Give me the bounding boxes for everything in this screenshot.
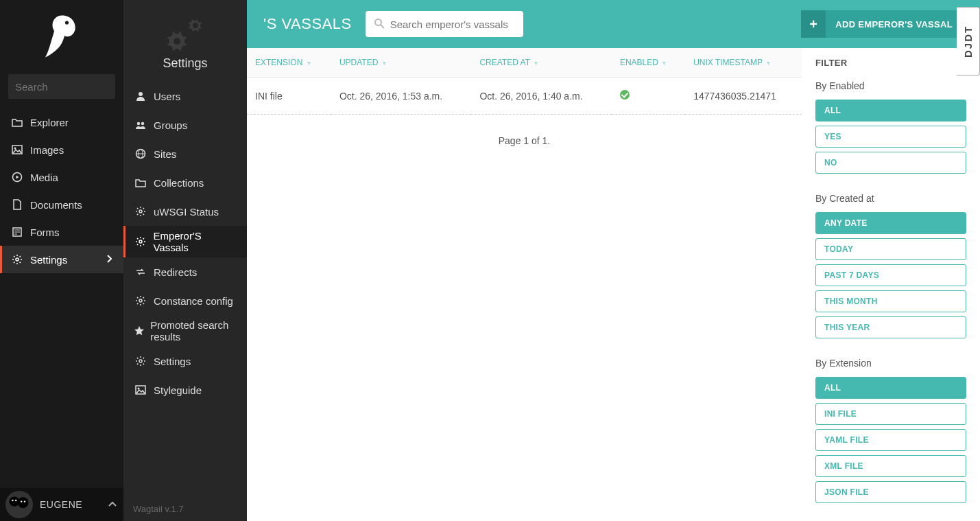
- column-header-enabled[interactable]: ENABLED ▾: [612, 48, 685, 78]
- check-icon: [620, 90, 630, 100]
- sort-icon: ▾: [767, 59, 770, 67]
- settings-item-sites[interactable]: Sites: [123, 139, 247, 168]
- sidebar-item-label: Forms: [30, 227, 60, 238]
- filter-option[interactable]: TODAY: [815, 238, 966, 260]
- svg-point-14: [21, 500, 22, 502]
- settings-item-groups[interactable]: Groups: [123, 111, 247, 139]
- svg-point-13: [15, 500, 16, 501]
- filter-option[interactable]: INI FILE: [815, 403, 966, 425]
- settings-item-collections[interactable]: Collections: [123, 168, 247, 197]
- filter-title: FILTER: [815, 58, 966, 68]
- settings-item-redirects[interactable]: Redirects: [123, 257, 247, 286]
- settings-item-constance-config[interactable]: Constance config: [123, 286, 247, 315]
- settings-item-label: Styleguide: [154, 384, 202, 396]
- results-table: EXTENSION ▾UPDATED ▾CREATED AT ▾ENABLED …: [247, 48, 802, 115]
- gears-icon: [165, 12, 206, 54]
- column-header-extension[interactable]: EXTENSION ▾: [247, 48, 331, 78]
- filter-option[interactable]: YES: [815, 126, 966, 148]
- settings-item-styleguide[interactable]: Styleguide: [123, 375, 247, 404]
- filter-option[interactable]: ANY DATE: [815, 212, 966, 234]
- settings-item-users[interactable]: Users: [123, 82, 247, 111]
- settings-item-label: Promoted search results: [150, 319, 237, 343]
- filter-option[interactable]: JSON FILE: [815, 481, 966, 503]
- wagtail-logo[interactable]: [0, 0, 123, 74]
- sort-icon: ▾: [662, 59, 666, 67]
- settings-submenu: Settings UsersGroupsSitesCollectionsuWSG…: [123, 0, 247, 521]
- cog-icon: [133, 236, 147, 247]
- filter-option[interactable]: ALL: [815, 377, 966, 399]
- sidebar-item-settings[interactable]: Settings: [0, 246, 123, 273]
- cell-enabled: [612, 78, 685, 115]
- settings-nav: UsersGroupsSitesCollectionsuWSGI StatusE…: [123, 82, 247, 404]
- filter-option[interactable]: XML FILE: [815, 455, 966, 477]
- svg-point-25: [139, 360, 142, 362]
- django-debug-toolbar-handle[interactable]: DJDT: [957, 7, 980, 76]
- sort-icon: ▾: [307, 59, 311, 67]
- sort-icon: ▾: [383, 59, 386, 67]
- filter-group-by-enabled: By EnabledALLYESNO: [815, 80, 966, 174]
- sidebar-search[interactable]: [8, 74, 115, 99]
- settings-item-emperor-s-vassals[interactable]: Emperor'S Vassals: [123, 226, 247, 257]
- add-button-label: ADD EMPEROR'S VASSAL: [835, 19, 964, 30]
- sidebar-item-label: Media: [30, 172, 58, 183]
- column-header-unix-timestamp[interactable]: UNIX TIMESTAMP ▾: [685, 48, 802, 78]
- cog-icon: [133, 206, 148, 217]
- svg-point-11: [18, 497, 29, 508]
- filter-group-title: By Created at: [815, 193, 966, 204]
- user-bar[interactable]: EUGENE: [0, 488, 123, 521]
- filter-option[interactable]: THIS YEAR: [815, 316, 966, 338]
- svg-point-17: [137, 122, 140, 125]
- settings-item-label: Collections: [154, 177, 204, 189]
- folder-open-icon: [133, 177, 148, 188]
- star-icon: [133, 325, 145, 336]
- settings-item-promoted-search-results[interactable]: Promoted search results: [123, 315, 247, 347]
- svg-point-24: [139, 299, 142, 302]
- main-content: 'S VASSALS + ADD EMPEROR'S VASSAL EXTENS…: [247, 0, 980, 521]
- svg-point-9: [16, 258, 19, 261]
- settings-item-label: Groups: [154, 119, 187, 131]
- table-row[interactable]: INI fileOct. 26, 2016, 1:53 a.m.Oct. 26,…: [247, 78, 802, 115]
- sidebar-item-documents[interactable]: Documents: [0, 191, 123, 218]
- filter-option[interactable]: THIS MONTH: [815, 290, 966, 312]
- filter-option[interactable]: NO: [815, 152, 966, 174]
- filter-group-title: By Enabled: [815, 80, 966, 91]
- svg-point-28: [375, 19, 381, 25]
- user-name: EUGENE: [40, 499, 107, 510]
- settings-item-label: Users: [154, 91, 180, 102]
- filter-group-by-extension: By ExtensionALLINI FILEYAML FILEXML FILE…: [815, 358, 966, 503]
- user-icon: [133, 91, 148, 102]
- sidebar-item-images[interactable]: Images: [0, 136, 123, 163]
- sidebar-item-label: Images: [30, 144, 64, 156]
- svg-point-22: [139, 210, 142, 213]
- settings-submenu-header: Settings: [123, 7, 247, 82]
- header-search[interactable]: [366, 11, 523, 37]
- filter-option[interactable]: PAST 7 DAYS: [815, 264, 966, 286]
- header-search-input[interactable]: [390, 19, 521, 30]
- filter-option[interactable]: ALL: [815, 100, 966, 121]
- filter-option[interactable]: YAML FILE: [815, 429, 966, 451]
- sidebar-item-label: Explorer: [30, 117, 69, 128]
- add-emperors-vassal-button[interactable]: + ADD EMPEROR'S VASSAL: [801, 10, 964, 38]
- settings-item-settings[interactable]: Settings: [123, 347, 247, 375]
- cell-updated: Oct. 26, 2016, 1:53 a.m.: [331, 78, 471, 115]
- gear-icon: [10, 254, 25, 265]
- settings-item-label: Sites: [154, 148, 176, 160]
- redirect-icon: [133, 266, 148, 277]
- sidebar-item-media[interactable]: Media: [0, 163, 123, 191]
- svg-point-15: [24, 500, 25, 502]
- user-avatar-icon: [5, 491, 33, 518]
- folder-open-icon: [10, 117, 25, 128]
- sidebar-item-forms[interactable]: Forms: [0, 218, 123, 246]
- search-icon: [374, 18, 385, 31]
- svg-line-29: [381, 25, 384, 28]
- filter-group-title: By Extension: [815, 358, 966, 369]
- svg-point-12: [12, 500, 13, 501]
- column-header-updated[interactable]: UPDATED ▾: [331, 48, 471, 78]
- settings-item-label: Constance config: [154, 295, 233, 307]
- play-circle-icon: [10, 172, 25, 183]
- column-header-created-at[interactable]: CREATED AT ▾: [471, 48, 611, 78]
- svg-point-18: [141, 122, 144, 125]
- settings-item-uwsgi-status[interactable]: uWSGI Status: [123, 197, 247, 226]
- sidebar-item-explorer[interactable]: Explorer: [0, 108, 123, 136]
- svg-point-16: [139, 92, 143, 96]
